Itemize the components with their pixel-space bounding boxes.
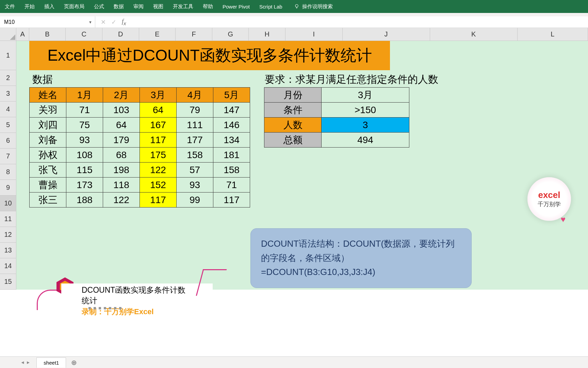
row-header[interactable]: 1 (0, 41, 16, 70)
col-header[interactable]: H (249, 28, 285, 41)
cell[interactable]: 93 (66, 133, 103, 148)
ribbon-tab-view[interactable]: 视图 (153, 3, 163, 10)
cell[interactable]: 张飞 (30, 163, 66, 178)
cell[interactable]: 71 (213, 178, 250, 193)
cell[interactable]: 146 (213, 118, 250, 133)
th[interactable]: 2月 (103, 88, 140, 103)
ribbon-tab-powerpivot[interactable]: Power Pivot (223, 4, 250, 10)
cell[interactable]: 111 (177, 118, 213, 133)
criteria-value[interactable]: 494 (322, 133, 409, 148)
cell[interactable]: 108 (66, 148, 103, 163)
ribbon-tab-home[interactable]: 开始 (24, 3, 35, 10)
cell[interactable]: 68 (103, 148, 140, 163)
cell[interactable]: 179 (103, 133, 140, 148)
criteria-key[interactable]: 人数 (264, 118, 322, 133)
fx-icon[interactable]: fx (122, 18, 126, 26)
cell[interactable]: 孙权 (30, 148, 66, 163)
cell[interactable]: 115 (66, 163, 103, 178)
criteria-value[interactable]: 3月 (322, 88, 409, 103)
cell[interactable]: 117 (140, 133, 177, 148)
col-header[interactable]: C (66, 28, 102, 41)
row-header[interactable]: 3 (0, 86, 16, 102)
cell[interactable]: 93 (177, 178, 213, 193)
cancel-icon[interactable]: ✕ (101, 18, 106, 26)
ribbon-tab-scriptlab[interactable]: Script Lab (259, 4, 282, 10)
cell[interactable]: 张三 (30, 193, 66, 208)
row-header[interactable]: 13 (0, 243, 16, 258)
col-header[interactable]: A (16, 28, 29, 41)
cell[interactable]: 188 (66, 193, 103, 208)
col-header[interactable]: E (139, 28, 176, 41)
ribbon-tab-formula[interactable]: 公式 (94, 3, 104, 10)
cell[interactable]: 118 (103, 178, 140, 193)
th[interactable]: 1月 (66, 88, 103, 103)
row-header[interactable]: 5 (0, 117, 16, 133)
cell[interactable]: 75 (66, 118, 103, 133)
row-header[interactable]: 4 (0, 102, 16, 117)
cell[interactable]: 122 (140, 163, 177, 178)
cell[interactable]: 117 (140, 193, 177, 208)
row-header[interactable]: 9 (0, 180, 16, 196)
cell[interactable]: 57 (177, 163, 213, 178)
th[interactable]: 3月 (140, 88, 177, 103)
cell[interactable]: 158 (177, 148, 213, 163)
cell[interactable]: 99 (177, 193, 213, 208)
cell[interactable]: 147 (213, 103, 250, 118)
criteria-key[interactable]: 总额 (264, 133, 322, 148)
cell[interactable]: 117 (213, 193, 250, 208)
ribbon-tab-review[interactable]: 审阅 (133, 3, 144, 10)
cell[interactable]: 64 (103, 118, 140, 133)
th[interactable]: 5月 (213, 88, 250, 103)
ribbon-tab-insert[interactable]: 插入 (44, 3, 54, 10)
ribbon-tab-data[interactable]: 数据 (114, 3, 124, 10)
th[interactable]: 4月 (177, 88, 213, 103)
ribbon-tab-file[interactable]: 文件 (5, 3, 15, 10)
cell[interactable]: 79 (177, 103, 213, 118)
cell[interactable]: 173 (66, 178, 103, 193)
col-header[interactable]: L (518, 28, 588, 41)
criteria-value[interactable]: >150 (322, 103, 409, 118)
ribbon-tab-dev[interactable]: 开发工具 (173, 3, 193, 10)
sheet-nav-arrows[interactable]: ◄ ► (20, 360, 30, 365)
criteria-key[interactable]: 月份 (264, 88, 322, 103)
col-header[interactable]: J (343, 28, 430, 41)
criteria-value[interactable]: 3 (322, 118, 409, 133)
col-header[interactable]: I (285, 28, 342, 41)
tell-me[interactable]: 操作说明搜索 (294, 3, 333, 10)
cell[interactable]: 64 (140, 103, 177, 118)
cell[interactable]: 刘备 (30, 133, 66, 148)
col-header[interactable]: B (29, 28, 66, 41)
cell[interactable]: 134 (213, 133, 250, 148)
th[interactable]: 姓名 (30, 88, 66, 103)
cell[interactable]: 曹操 (30, 178, 66, 193)
row-header[interactable]: 6 (0, 133, 16, 149)
cell[interactable]: 175 (140, 148, 177, 163)
col-header[interactable]: K (430, 28, 518, 41)
cell[interactable]: 167 (140, 118, 177, 133)
row-header[interactable]: 7 (0, 149, 16, 164)
ribbon-tab-layout[interactable]: 页面布局 (64, 3, 84, 10)
cell[interactable]: 关羽 (30, 103, 66, 118)
row-header[interactable]: 11 (0, 211, 16, 227)
name-box[interactable]: M10 ▼ (0, 16, 95, 28)
cells-area[interactable]: Excel中通过DCOUNT函数实现多条件计数统计 数据 要求：求某月满足任意指… (16, 41, 588, 290)
cell[interactable]: 177 (177, 133, 213, 148)
cell[interactable]: 181 (213, 148, 250, 163)
ribbon-tab-help[interactable]: 帮助 (203, 3, 213, 10)
cell[interactable]: 122 (103, 193, 140, 208)
cell[interactable]: 71 (66, 103, 103, 118)
row-header[interactable]: 14 (0, 258, 16, 274)
sheet-tab[interactable]: sheet1 (36, 357, 66, 368)
chevron-down-icon[interactable]: ▼ (88, 20, 92, 24)
row-header[interactable]: 2 (0, 70, 16, 86)
select-all-corner[interactable] (0, 28, 16, 41)
cell[interactable]: 198 (103, 163, 140, 178)
add-sheet-button[interactable]: ⊕ (69, 357, 79, 368)
cell[interactable]: 刘四 (30, 118, 66, 133)
criteria-key[interactable]: 条件 (264, 103, 322, 118)
cell[interactable]: 103 (103, 103, 140, 118)
col-header[interactable]: F (176, 28, 212, 41)
row-header[interactable]: 12 (0, 227, 16, 243)
col-header[interactable]: D (102, 28, 139, 41)
row-header[interactable]: 8 (0, 164, 16, 180)
